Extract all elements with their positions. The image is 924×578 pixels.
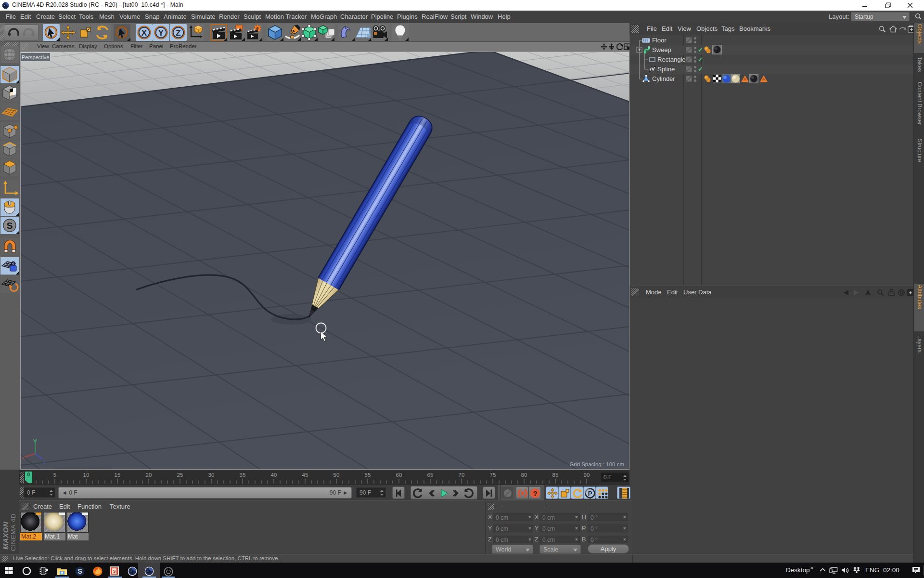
svg-text:z: z xyxy=(43,460,46,465)
svg-text:45: 45 xyxy=(302,472,308,478)
svg-text:55: 55 xyxy=(365,472,371,478)
svg-text:35: 35 xyxy=(240,472,246,478)
svg-text:70: 70 xyxy=(459,472,465,478)
svg-text:X: X xyxy=(141,28,147,38)
svg-text:85: 85 xyxy=(552,472,559,478)
svg-text:65: 65 xyxy=(427,472,434,478)
svg-text:Z: Z xyxy=(176,28,180,38)
svg-text:40: 40 xyxy=(271,472,277,478)
svg-text:S: S xyxy=(77,567,82,575)
svg-text:0: 0 xyxy=(27,472,30,477)
svg-text:90: 90 xyxy=(584,472,590,478)
svg-text:S: S xyxy=(113,569,116,574)
svg-text:Y: Y xyxy=(158,28,164,38)
svg-text:30: 30 xyxy=(208,472,215,478)
svg-text:60: 60 xyxy=(396,472,402,478)
svg-text:75: 75 xyxy=(490,472,496,478)
svg-text:50: 50 xyxy=(334,472,340,478)
svg-text:15: 15 xyxy=(115,472,121,478)
svg-text:10: 10 xyxy=(83,472,90,478)
svg-text:x: x xyxy=(22,455,25,460)
svg-text:20: 20 xyxy=(146,472,152,478)
svg-text:P: P xyxy=(588,490,592,497)
svg-text:80: 80 xyxy=(521,472,527,478)
svg-text:Perspective: Perspective xyxy=(22,54,49,60)
svg-text:25: 25 xyxy=(177,472,183,478)
svg-text:Grid Spacing : 100 cm: Grid Spacing : 100 cm xyxy=(569,461,624,467)
svg-text:?: ? xyxy=(533,490,538,498)
svg-text:5: 5 xyxy=(53,472,56,478)
